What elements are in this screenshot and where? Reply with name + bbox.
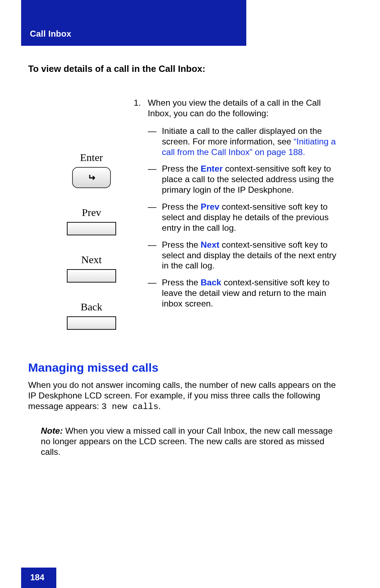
step-body: 1. When you view the details of a call i… — [134, 98, 345, 315]
softkey-column: Enter ↵ Prev Next Back — [60, 151, 123, 348]
dash-icon: — — [148, 163, 162, 195]
bullet-back: — Press the Back context-sensitive soft … — [148, 277, 345, 309]
text-pre: Press the — [162, 240, 201, 249]
next-key-block: Next — [60, 254, 123, 283]
section-body-code: 3 new calls — [101, 402, 158, 411]
section-body-pre: When you do not answer incoming calls, t… — [28, 380, 336, 411]
prev-key-block: Prev — [60, 206, 123, 235]
bullet-text: Press the Back context-sensitive soft ke… — [162, 277, 345, 309]
enter-key-icon: ↵ — [72, 167, 111, 188]
back-key-icon — [67, 316, 116, 330]
section-heading: Managing missed calls — [28, 361, 158, 375]
note-text: When you view a missed call in your Call… — [41, 426, 332, 457]
dash-icon: — — [148, 240, 162, 271]
step-number: 1. — [134, 98, 148, 119]
bullet-text: Press the Enter context-sensitive soft k… — [162, 163, 345, 195]
text-pre: Press the — [162, 278, 201, 287]
back-key-block: Back — [60, 301, 123, 330]
bullet-initiate-call: — Initiate a call to the caller displaye… — [148, 126, 345, 157]
step-1: 1. When you view the details of a call i… — [134, 98, 345, 119]
bullet-prev: — Press the Prev context-sensitive soft … — [148, 202, 345, 233]
dash-icon: — — [148, 277, 162, 309]
note-label: Note: — [41, 426, 63, 435]
prev-key-icon — [67, 222, 116, 235]
step-intro: When you view the details of a call in t… — [148, 98, 345, 119]
key-name: Next — [201, 240, 219, 249]
dash-icon: — — [148, 202, 162, 233]
next-key-label: Next — [60, 254, 123, 266]
enter-key-block: Enter ↵ — [60, 151, 123, 188]
enter-key-label: Enter — [60, 151, 123, 163]
dash-icon: — — [148, 126, 162, 157]
key-name: Back — [201, 278, 221, 287]
note-block: Note: When you view a missed call in you… — [41, 426, 343, 457]
prev-key-label: Prev — [60, 206, 123, 218]
text-pre: Press the — [162, 164, 201, 173]
next-key-icon — [67, 269, 116, 283]
section-body-post: . — [158, 401, 161, 411]
bullet-enter: — Press the Enter context-sensitive soft… — [148, 163, 345, 195]
header-bar — [21, 0, 246, 46]
back-key-label: Back — [60, 301, 123, 313]
text-pre: Press the — [162, 202, 201, 211]
page-number: 184 — [30, 572, 44, 582]
section-body: When you do not answer incoming calls, t… — [28, 380, 345, 412]
enter-arrow-icon: ↵ — [88, 172, 95, 183]
step-bullets: — Initiate a call to the caller displaye… — [148, 126, 345, 309]
bullet-text: Initiate a call to the caller displayed … — [162, 126, 345, 157]
bullet-next: — Press the Next context-sensitive soft … — [148, 240, 345, 271]
key-name: Prev — [201, 202, 219, 211]
lead-heading: To view details of a call in the Call In… — [28, 63, 205, 74]
header-title: Call Inbox — [30, 29, 71, 39]
key-name: Enter — [201, 164, 223, 173]
bullet-text: Press the Next context-sensitive soft ke… — [162, 240, 345, 271]
bullet-text: Press the Prev context-sensitive soft ke… — [162, 202, 345, 233]
